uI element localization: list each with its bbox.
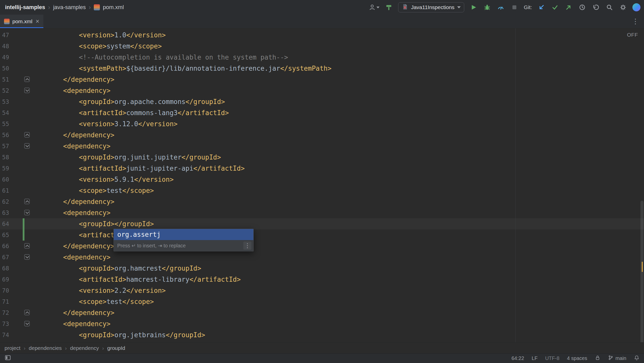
code-line[interactable]: 47 <version>1.0</version> — [0, 30, 644, 41]
line-number[interactable]: 67 — [0, 252, 9, 263]
search-everywhere-button[interactable] — [605, 3, 614, 12]
code-line[interactable]: 71 <scope>test</scope> — [0, 296, 644, 307]
breadcrumb-item[interactable]: groupId — [107, 345, 125, 351]
code-line[interactable]: 50 <systemPath>${basedir}/lib/annotation… — [0, 63, 644, 74]
breadcrumb-item[interactable]: dependency — [70, 345, 99, 351]
build-project-button[interactable] — [385, 3, 393, 12]
line-number[interactable]: 70 — [0, 285, 9, 296]
popup-options-kebab-icon[interactable]: ⋮ — [243, 242, 251, 250]
stop-button[interactable] — [510, 3, 519, 12]
breadcrumb-item[interactable]: dependencies — [29, 345, 62, 351]
line-number[interactable]: 57 — [0, 141, 9, 152]
code-line[interactable]: 67 <dependency> — [0, 252, 644, 263]
line-number[interactable]: 68 — [0, 263, 9, 274]
breadcrumb-item[interactable]: project — [5, 345, 20, 351]
settings-button[interactable] — [619, 3, 627, 12]
tool-window-layout-button[interactable] — [5, 354, 11, 362]
code-line[interactable]: 57 <dependency> — [0, 141, 644, 152]
line-number[interactable]: 48 — [0, 41, 9, 52]
code-line[interactable]: 72 </dependency> — [0, 307, 644, 318]
fold-marker-icon[interactable] — [24, 321, 30, 326]
line-number[interactable]: 59 — [0, 163, 9, 174]
fold-marker-icon[interactable] — [24, 143, 30, 149]
code-line[interactable]: 60 <version>5.9.1</version> — [0, 174, 644, 185]
line-ending-widget[interactable]: LF — [532, 355, 538, 361]
debug-button[interactable] — [483, 3, 491, 12]
rollback-button[interactable] — [592, 3, 600, 12]
line-number[interactable]: 55 — [0, 118, 9, 129]
line-number[interactable]: 52 — [0, 85, 9, 96]
code-line[interactable]: 61 <scope>test</scope> — [0, 185, 644, 196]
line-number[interactable]: 65 — [0, 229, 9, 241]
code-line[interactable]: 73 <dependency> — [0, 318, 644, 329]
line-number[interactable]: 63 — [0, 207, 9, 218]
line-number[interactable]: 73 — [0, 318, 9, 329]
tab-pom-xml[interactable]: pom.xml × — [0, 15, 43, 28]
git-branch-widget[interactable]: main — [608, 355, 626, 362]
code-line[interactable]: 54 <artifactId>commons-lang3</artifactId… — [0, 107, 644, 118]
line-number[interactable]: 49 — [0, 52, 9, 63]
breadcrumb-module[interactable]: java-samples — [53, 4, 86, 11]
fold-marker-icon[interactable] — [24, 254, 30, 260]
warning-stripe-marker[interactable] — [642, 262, 643, 272]
commit-button[interactable] — [551, 3, 559, 12]
code-line[interactable]: 63 <dependency> — [0, 207, 644, 218]
code-line[interactable]: 62 </dependency> — [0, 196, 644, 207]
encoding-widget[interactable]: UTF-8 — [545, 355, 560, 361]
code-line[interactable]: 59 <artifactId>junit-jupiter-api</artifa… — [0, 163, 644, 174]
line-number[interactable]: 62 — [0, 196, 9, 207]
notifications-button[interactable] — [634, 355, 639, 362]
code-line[interactable]: 51 </dependency> — [0, 74, 644, 85]
line-number[interactable]: 50 — [0, 63, 9, 74]
line-number[interactable]: 56 — [0, 129, 9, 141]
fold-marker-icon[interactable] — [24, 76, 30, 82]
history-button[interactable] — [578, 3, 587, 12]
readonly-lock-button[interactable] — [595, 355, 600, 362]
code-line[interactable]: 74 <groupId>org.jetbrains</groupId> — [0, 329, 644, 341]
line-number[interactable]: 64 — [0, 218, 9, 229]
run-button[interactable] — [469, 3, 478, 12]
code-line[interactable]: 70 <version>2.2</version> — [0, 285, 644, 296]
code-line[interactable]: 52 <dependency> — [0, 85, 644, 96]
fold-marker-icon[interactable] — [24, 310, 30, 315]
code-line[interactable]: 53 <groupId>org.apache.commons</groupId> — [0, 96, 644, 107]
line-number[interactable]: 74 — [0, 329, 9, 341]
tab-options-kebab-icon[interactable]: ⋮ — [632, 17, 639, 25]
line-number[interactable]: 66 — [0, 241, 9, 252]
fold-marker-icon[interactable] — [24, 210, 30, 215]
fold-marker-icon[interactable] — [24, 199, 30, 204]
code-line[interactable]: 58 <groupId>org.junit.jupiter</groupId> — [0, 152, 644, 163]
update-project-button[interactable] — [537, 3, 546, 12]
user-menu-button[interactable] — [369, 3, 379, 12]
completion-item-selected[interactable]: org.assertj — [114, 229, 253, 240]
code-line[interactable]: 66 </dependency> — [0, 241, 644, 252]
line-number[interactable]: 71 — [0, 296, 9, 307]
close-icon[interactable]: × — [36, 18, 39, 24]
code-line[interactable]: 49 <!--Autocompletion is available on th… — [0, 52, 644, 63]
line-number[interactable]: 47 — [0, 30, 9, 41]
code-line[interactable]: 64 <groupId></groupId> — [0, 218, 644, 229]
breadcrumb-file[interactable]: pom.xml — [103, 4, 124, 11]
caret-position-widget[interactable]: 64:22 — [512, 355, 524, 361]
line-number[interactable]: 72 — [0, 307, 9, 318]
code-line[interactable]: 48 <scope>system</scope> — [0, 41, 644, 52]
line-number[interactable]: 69 — [0, 274, 9, 285]
profiler-button[interactable] — [496, 3, 505, 12]
line-number[interactable]: 53 — [0, 96, 9, 107]
breadcrumb-project[interactable]: intellij-samples — [5, 4, 45, 11]
fold-marker-icon[interactable] — [24, 88, 30, 93]
code-line[interactable]: 69 <artifactId>hamcrest-library</artifac… — [0, 274, 644, 285]
line-number[interactable]: 60 — [0, 174, 9, 185]
fold-marker-icon[interactable] — [24, 243, 30, 249]
push-button[interactable] — [564, 3, 573, 12]
line-number[interactable]: 58 — [0, 152, 9, 163]
line-number[interactable]: 54 — [0, 107, 9, 118]
line-number[interactable]: 51 — [0, 74, 9, 85]
line-number[interactable]: 61 — [0, 185, 9, 196]
code-line[interactable]: 68 <groupId>org.hamcrest</groupId> — [0, 263, 644, 274]
editor-pane[interactable]: 47 <version>1.0</version>48 <scope>syste… — [0, 28, 644, 342]
fold-marker-icon[interactable] — [24, 132, 30, 138]
run-configuration-select[interactable]: Java11Inspections — [398, 2, 464, 12]
code-line[interactable]: 55 <version>3.12.0</version> — [0, 118, 644, 129]
code-line[interactable]: 56 </dependency> — [0, 129, 644, 141]
